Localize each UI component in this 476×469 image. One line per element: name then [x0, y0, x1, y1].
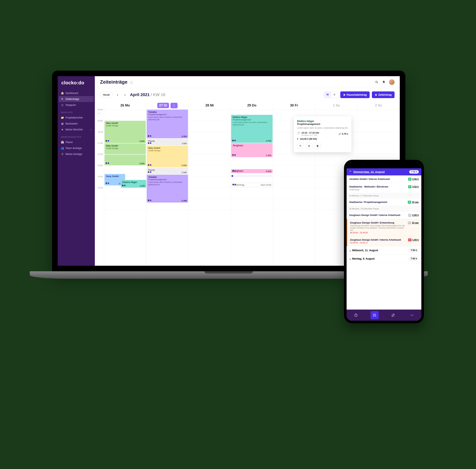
- euro-badge: €: [408, 214, 411, 217]
- sidebar-item-projektberichte[interactable]: 📁Projektberichte: [58, 115, 95, 121]
- delete-button[interactable]: 🗑: [314, 143, 321, 149]
- day-header[interactable]: 26 Mo: [104, 101, 146, 110]
- svg-line-10: [356, 315, 357, 316]
- svg-point-0: [375, 81, 377, 83]
- sidebar-item-dashboard[interactable]: 🏠Dashboard: [58, 90, 95, 96]
- day-menu-icon[interactable]: ⋮: [170, 103, 178, 108]
- calendar-event[interactable]: Pause1:00h: [147, 168, 188, 174]
- calendar-event[interactable]: 2:00h: [104, 155, 146, 165]
- home-icon: 🏠: [61, 92, 64, 94]
- next-button[interactable]: ›: [122, 92, 127, 97]
- hour-label: 09:00: [95, 120, 104, 131]
- day-header[interactable]: 28 Mi: [188, 101, 231, 110]
- pause-row: 14 Minuten, 27 Sekunden Pause: [347, 193, 421, 198]
- collapse-button[interactable]: ⌃: [97, 112, 101, 116]
- sidebar-section-header: ABWESENHEITEN: [58, 132, 95, 139]
- plus-icon: ➕: [61, 153, 64, 155]
- nav-list[interactable]: [371, 311, 379, 319]
- chevron-down-icon: ⌄: [349, 257, 351, 260]
- time-entry[interactable]: Stadtwerke - Webseite / BürokramTesteint…: [347, 183, 421, 193]
- nav-edit[interactable]: [389, 311, 397, 319]
- euro-icon: €: [297, 138, 298, 140]
- calendar-event[interactable]: YamahaProjektmanagementLorem ipsum dolor…: [147, 110, 188, 138]
- svg-rect-5: [334, 94, 335, 94]
- edit-button[interactable]: ✎: [297, 143, 304, 149]
- svg-rect-17: [374, 316, 376, 316]
- time-entry[interactable]: Zeughaus Design GmbH / Interne Arbeitsze…: [347, 236, 421, 246]
- pauschal-button[interactable]: ⊕ Pauschaleintrag: [340, 91, 370, 98]
- search-icon[interactable]: [375, 80, 379, 84]
- time-entry[interactable]: Zeughaus Design GmbH / EntwicklungTestei…: [347, 219, 421, 236]
- svg-rect-15: [374, 315, 376, 315]
- calendar-event[interactable]: Zeughaus1:25h: [231, 143, 272, 157]
- folder-icon: 📁: [61, 116, 64, 119]
- calendar-event[interactable]: Nike GmbHGrafik Design2:00h: [104, 121, 146, 143]
- nav-clock[interactable]: [352, 311, 360, 319]
- svg-point-21: [413, 315, 413, 316]
- chevron-down-icon: ⌄: [349, 249, 351, 252]
- calendar-event[interactable]: Zeughaus0:02h: [231, 169, 272, 173]
- sidebar-item-stoppuhr[interactable]: ◷Stoppuhr: [58, 102, 95, 108]
- prev-button[interactable]: ‹: [115, 92, 120, 97]
- svg-point-16: [373, 316, 374, 317]
- star-icon: ★: [61, 128, 64, 131]
- clock-icon: 🕐: [297, 131, 300, 134]
- day-header[interactable]: 1 Sa: [315, 101, 357, 110]
- calendar-event[interactable]: Pause1:00h: [147, 139, 188, 145]
- day-header[interactable]: 30 Fr: [273, 101, 315, 110]
- day-column: 28 Mi: [188, 101, 231, 266]
- svg-rect-2: [326, 94, 327, 95]
- day-header[interactable]: 29 Do: [231, 101, 273, 110]
- chevron-up-icon: ⌃: [349, 170, 352, 173]
- day-header[interactable]: 2 So: [357, 101, 400, 110]
- euro-badge: €: [408, 178, 411, 181]
- hour-label: 14:00: [95, 175, 104, 187]
- time-entry[interactable]: Zeughaus Design GmbH / Interne Arbeitsze…: [347, 211, 421, 219]
- phone-header[interactable]: ⌃ Donnerstag, 12. August 7:55 h: [347, 168, 421, 175]
- sidebar-item-meine-berichte[interactable]: ★Meine Berichte›: [58, 127, 95, 132]
- date-label: April 2021 / KW 16: [130, 92, 165, 97]
- plus-icon: ⊕: [343, 93, 345, 96]
- event-popover: Elektro Höger Projektmanagement Lorem ip…: [294, 116, 351, 152]
- time-entry[interactable]: clickbits GmbH / Interne Arbeitszeit€2:0…: [347, 175, 421, 183]
- avatar[interactable]: [389, 79, 394, 85]
- link-icon: 🔗: [339, 133, 341, 135]
- zeiteintrag-button[interactable]: ⊕ Zeiteintrag: [372, 91, 394, 98]
- calendar-event[interactable]: Nike GmbHGrafik Design2:00h: [147, 146, 188, 167]
- day-total: 7:55 h: [409, 170, 419, 174]
- hour-label: 13:00: [95, 164, 104, 175]
- sidebar-item-baukasten[interactable]: ▦Baukasten: [58, 121, 95, 127]
- copy-button[interactable]: ⧉: [306, 143, 312, 149]
- clock-icon: ◷: [61, 104, 64, 106]
- calendar-event[interactable]: ZeiteintragStart 14:00: [231, 183, 272, 187]
- calendar-event[interactable]: Elektro HögerProjektmanagementLorem ipsu…: [231, 115, 272, 143]
- svg-point-20: [412, 315, 412, 316]
- day-header[interactable]: 27 Di⋮: [146, 101, 188, 110]
- svg-rect-13: [374, 314, 376, 314]
- popover-sub: Projektmanagement: [297, 123, 348, 125]
- euro-badge: €: [408, 221, 411, 224]
- edit-icon: ✎: [61, 98, 64, 100]
- sidebar-item-meine-anträge[interactable]: ➕Meine Anträge: [58, 151, 95, 157]
- calendar-event[interactable]: Elektro Höger1:25h: [121, 180, 146, 188]
- info-icon[interactable]: ⓘ: [130, 81, 133, 84]
- day-column: 29 DoElektro HögerProjektmanagementLorem…: [231, 101, 273, 266]
- plus-icon: ⊕: [375, 93, 377, 96]
- sidebar-item-zeiteinträge[interactable]: ✎Zeiteinträge: [59, 96, 94, 102]
- page-title: Zeiteinträge ⓘ: [100, 79, 133, 85]
- svg-point-14: [373, 315, 374, 316]
- calendar-event[interactable]: Nike GmbHGrafik Design: [104, 144, 146, 154]
- time-entry[interactable]: Stadtwerke / Projektmanagement€15 sec: [347, 198, 421, 206]
- hour-label: 12:00: [95, 153, 104, 164]
- today-button[interactable]: Heute: [100, 92, 113, 97]
- collapsed-day[interactable]: ⌄ Mittwoch, 11. August7:55 h: [347, 246, 421, 255]
- logo: clocko:do: [58, 80, 95, 90]
- calendar-event[interactable]: YamahaProjektmanagementLorem ipsum dolor…: [147, 175, 188, 203]
- bell-icon[interactable]: [382, 80, 386, 84]
- sidebar-item-team-anträge[interactable]: 👥Team-Anträge: [58, 145, 95, 151]
- view-columns[interactable]: [324, 92, 331, 98]
- collapsed-day[interactable]: ⌄ Montag, 9. August7:55 h: [347, 255, 421, 263]
- nav-more[interactable]: [408, 311, 416, 319]
- sidebar-item-planer[interactable]: 📅Planer: [58, 139, 95, 145]
- view-list[interactable]: [331, 92, 338, 98]
